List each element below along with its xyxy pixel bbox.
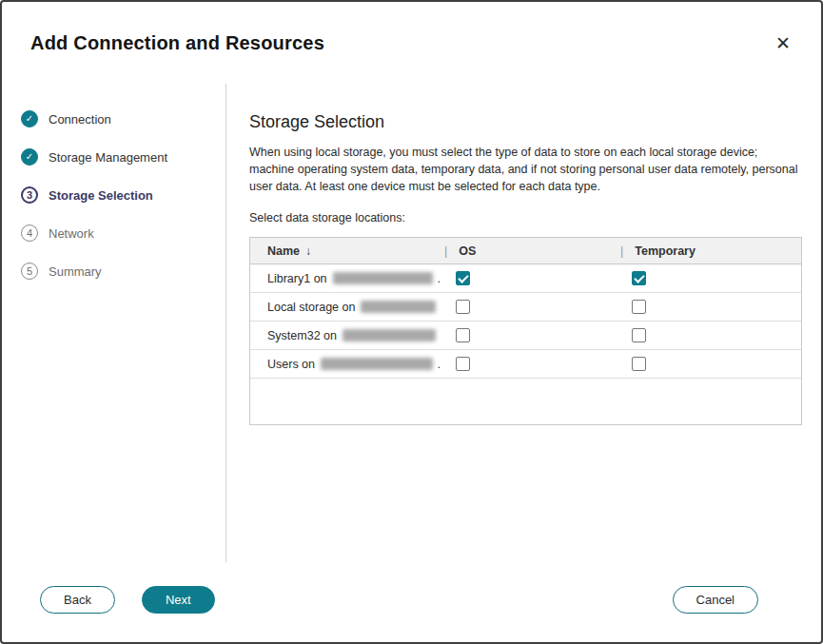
storage-name: System32 on: [267, 329, 337, 342]
storage-name-cell: Library1 on .: [250, 264, 441, 292]
storage-name: Local storage on: [267, 301, 355, 314]
cancel-button[interactable]: Cancel: [673, 586, 758, 614]
table-row[interactable]: Users on .: [250, 350, 801, 379]
step-storage-management[interactable]: ✓ Storage Management: [21, 148, 225, 166]
temporary-checkbox[interactable]: [632, 300, 646, 314]
sort-descending-icon: ↓: [305, 244, 311, 258]
table-empty-area: [250, 379, 801, 424]
dialog-header: Add Connection and Resources ✕: [2, 2, 821, 84]
temporary-cell: [617, 350, 801, 378]
redacted-text: [343, 329, 436, 342]
dialog-body: ✓ Connection ✓ Storage Management 3 Stor…: [2, 84, 821, 562]
column-label-name: Name: [267, 244, 300, 258]
temporary-cell: [617, 264, 801, 292]
next-button[interactable]: Next: [142, 586, 215, 614]
step-number: 4: [21, 224, 38, 242]
storage-locations-table: Name ↓ | OS | Temporary Library1 on: [249, 237, 802, 425]
os-cell: [441, 350, 617, 378]
os-checkbox[interactable]: [456, 357, 470, 371]
os-cell: [441, 293, 617, 321]
os-checkbox[interactable]: [456, 300, 470, 314]
temporary-cell: [617, 322, 801, 349]
redacted-text: [361, 301, 436, 313]
table-row[interactable]: System32 on: [250, 322, 801, 350]
step-label: Connection: [49, 112, 111, 127]
check-icon: ✓: [21, 148, 38, 166]
step-network[interactable]: 4 Network: [21, 224, 225, 242]
os-cell: [441, 264, 617, 292]
redacted-text: [321, 358, 432, 370]
dialog-footer: Back Next Cancel: [2, 562, 821, 642]
os-checkbox[interactable]: [456, 328, 470, 342]
temporary-checkbox[interactable]: [632, 328, 646, 342]
step-number: 5: [21, 263, 38, 280]
step-summary[interactable]: 5 Summary: [21, 263, 225, 280]
temporary-cell: [617, 293, 801, 321]
redacted-text: [333, 272, 433, 284]
table-row[interactable]: Local storage on: [250, 293, 801, 322]
description-text: When using local storage, you must selec…: [249, 144, 802, 195]
select-locations-label: Select data storage locations:: [249, 211, 802, 224]
main-content: Storage Selection When using local stora…: [226, 84, 821, 562]
step-number: 3: [21, 186, 38, 204]
storage-name: Library1 on: [267, 272, 327, 285]
close-icon[interactable]: ✕: [772, 30, 794, 56]
temporary-checkbox[interactable]: [632, 357, 646, 371]
storage-name: Users on: [267, 358, 315, 371]
table-header-row: Name ↓ | OS | Temporary: [250, 238, 801, 264]
check-icon: ✓: [21, 110, 38, 127]
back-button[interactable]: Back: [40, 586, 115, 614]
temporary-checkbox[interactable]: [632, 271, 646, 285]
dialog-title: Add Connection and Resources: [30, 32, 324, 54]
os-checkbox[interactable]: [456, 271, 470, 285]
storage-name-cell: System32 on: [250, 322, 441, 349]
column-header-os[interactable]: | OS: [441, 238, 617, 263]
step-label: Network: [49, 226, 94, 241]
step-label: Summary: [49, 264, 102, 279]
column-label-os: OS: [459, 244, 476, 258]
column-separator: |: [444, 244, 447, 258]
table-row[interactable]: Library1 on .: [250, 264, 801, 293]
storage-name-cell: Local storage on: [250, 293, 441, 321]
storage-name-cell: Users on .: [250, 350, 441, 378]
column-header-temporary[interactable]: | Temporary: [617, 238, 801, 263]
step-connection[interactable]: ✓ Connection: [21, 110, 225, 127]
wizard-steps-sidebar: ✓ Connection ✓ Storage Management 3 Stor…: [2, 84, 225, 562]
step-label: Storage Selection: [49, 188, 153, 203]
column-header-name[interactable]: Name ↓: [250, 238, 441, 263]
step-storage-selection[interactable]: 3 Storage Selection: [21, 186, 225, 204]
step-label: Storage Management: [49, 150, 167, 165]
column-label-temporary: Temporary: [635, 244, 696, 258]
column-separator: |: [620, 244, 623, 258]
page-title: Storage Selection: [249, 112, 802, 132]
os-cell: [441, 322, 617, 349]
add-connection-dialog: Add Connection and Resources ✕ ✓ Connect…: [0, 0, 823, 644]
